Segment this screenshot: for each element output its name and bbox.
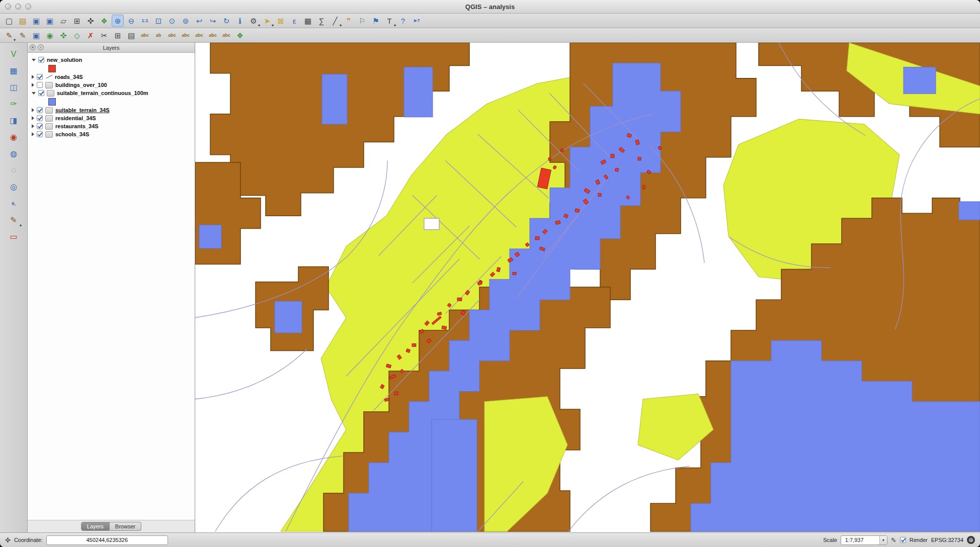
layer-checkbox[interactable] (37, 74, 43, 80)
layer-item-roads-34s[interactable]: roads_34S (30, 73, 195, 81)
save-project-as-icon[interactable]: ▣ (44, 15, 56, 27)
remove-layer-icon[interactable]: ▭ (6, 230, 21, 243)
copy-features-icon[interactable]: ⊞ (112, 29, 124, 41)
layer-label[interactable]: schools_34S (55, 131, 89, 137)
help-icon[interactable]: ? (397, 15, 409, 27)
layer-label[interactable]: buildings_over_100 (55, 82, 107, 88)
map-canvas[interactable] (195, 43, 980, 532)
layer-checkbox[interactable] (37, 107, 43, 113)
field-calculator-icon[interactable]: ∑ (315, 15, 328, 27)
tab-browser[interactable]: Browser (110, 522, 141, 531)
zoom-in-icon[interactable]: ⊕ (112, 15, 124, 27)
expand-arrow-icon[interactable] (32, 83, 34, 87)
chevron-down-icon[interactable]: ▾ (879, 536, 887, 544)
layer-label[interactable]: residential_34S (55, 115, 96, 121)
cut-features-icon[interactable]: ✂ (98, 29, 110, 41)
new-shapefile-layer-icon[interactable]: ✎ (6, 214, 21, 227)
add-postgis-layer-icon[interactable]: ◫ (6, 81, 21, 94)
zoom-to-selection-icon[interactable]: ⊙ (166, 15, 178, 27)
current-edits-icon[interactable]: ✎ (3, 29, 15, 41)
layer-item-buildings-over-100[interactable]: buildings_over_100 (30, 81, 195, 89)
coordinate-input[interactable] (46, 535, 168, 545)
label-change-icon[interactable]: abc (207, 29, 219, 41)
expand-arrow-icon[interactable] (32, 75, 34, 79)
zoom-out-icon[interactable]: ⊖ (125, 15, 137, 27)
new-bookmark-icon[interactable]: ⚐ (356, 15, 368, 27)
expand-arrow-icon[interactable] (32, 59, 36, 61)
expand-arrow-icon[interactable] (32, 116, 34, 120)
tab-layers[interactable]: Layers (81, 522, 110, 531)
composer-manager-icon[interactable]: ⊞ (71, 15, 83, 27)
text-annotation-icon[interactable]: T (383, 15, 395, 27)
minimize-button[interactable] (15, 4, 21, 10)
run-feature-action-icon[interactable]: ⚙ (248, 15, 260, 27)
panel-detach-icon[interactable] (38, 44, 44, 50)
pan-to-selection-icon[interactable]: ❖ (98, 15, 110, 27)
identify-features-icon[interactable]: ℹ (234, 15, 246, 27)
layer-checkbox[interactable] (38, 57, 44, 63)
select-features-icon[interactable]: ➤ (261, 15, 273, 27)
label-properties-icon[interactable]: abc (220, 29, 232, 41)
epsg-status[interactable]: EPSG:32734 (931, 537, 963, 543)
measure-icon[interactable]: ╱ (329, 15, 341, 27)
add-vector-layer-icon[interactable]: V (6, 48, 21, 61)
expand-arrow-icon[interactable] (32, 124, 34, 128)
zoom-to-layer-icon[interactable]: ⊚ (180, 15, 192, 27)
panel-close-icon[interactable] (30, 44, 36, 50)
save-layer-edits-icon[interactable]: ▣ (30, 29, 42, 41)
move-feature-icon[interactable]: ✜ (57, 29, 69, 41)
layer-item-residential-34s[interactable]: residential_34S (30, 114, 195, 122)
layer-label[interactable]: restaurants_34S (55, 123, 99, 129)
layer-checkbox[interactable] (38, 90, 44, 96)
layer-label[interactable]: suitable_terrain_34S (55, 107, 110, 113)
layer-label[interactable]: new_solution (47, 57, 82, 63)
whats-this-icon[interactable]: ➤? (411, 15, 423, 27)
show-bookmarks-icon[interactable]: ⚑ (370, 15, 382, 27)
processing-toolbox-icon[interactable]: ❖ (234, 29, 246, 41)
label-move-icon[interactable]: abc (180, 29, 192, 41)
refresh-icon[interactable]: ↻ (220, 15, 232, 27)
layer-checkbox[interactable] (37, 123, 43, 129)
label-show-hide-icon[interactable]: abc (166, 29, 178, 41)
new-project-icon[interactable]: ▢ (3, 15, 15, 27)
add-mssql-layer-icon[interactable]: ◨ (6, 114, 21, 127)
scale-edit-icon[interactable]: ✎ (891, 536, 896, 544)
label-options-icon[interactable]: abc (139, 29, 151, 41)
layer-item-new-solution[interactable]: new_solution (30, 56, 195, 64)
crs-status-icon[interactable]: ⊕ (967, 536, 975, 544)
deselect-features-icon[interactable]: ⊠ (275, 15, 287, 27)
layer-item-suitable-terrain-continuous[interactable]: suitable_terrain_continuous_100m (30, 89, 195, 97)
layer-label[interactable]: roads_34S (55, 74, 83, 80)
zoom-native-icon[interactable]: 1:1 (139, 15, 151, 27)
paste-features-icon[interactable]: ▤ (125, 29, 137, 41)
zoom-next-icon[interactable]: ↪ (207, 15, 219, 27)
node-tool-icon[interactable]: ◇ (71, 29, 83, 41)
expand-arrow-icon[interactable] (32, 92, 36, 95)
coordinate-capture-icon[interactable]: ✜ (5, 536, 11, 544)
add-wcs-layer-icon[interactable]: ◌ (6, 164, 21, 177)
open-project-icon[interactable]: ▤ (17, 15, 29, 27)
layer-label[interactable]: suitable_terrain_continuous_100m (57, 90, 148, 96)
toggle-editing-icon[interactable]: ✎ (17, 29, 29, 41)
expand-arrow-icon[interactable] (32, 132, 34, 136)
label-pin-icon[interactable]: ab (152, 29, 165, 41)
layer-checkbox[interactable] (37, 82, 43, 88)
layer-checkbox[interactable] (37, 115, 43, 121)
add-oracle-layer-icon[interactable]: ◉ (6, 131, 21, 144)
close-button[interactable] (5, 4, 11, 10)
zoom-button[interactable] (25, 4, 31, 10)
add-feature-icon[interactable]: ◉ (44, 29, 56, 41)
map-tips-icon[interactable]: ❞ (343, 15, 355, 27)
add-spatialite-layer-icon[interactable]: ✑ (6, 98, 21, 111)
layer-item-restaurants-34s[interactable]: restaurants_34S (30, 122, 195, 130)
add-raster-layer-icon[interactable]: ▦ (6, 64, 21, 77)
zoom-last-icon[interactable]: ↩ (193, 15, 205, 27)
render-checkbox[interactable] (900, 537, 906, 543)
new-print-composer-icon[interactable]: ▱ (57, 15, 69, 27)
add-wms-layer-icon[interactable]: ◍ (6, 147, 21, 160)
expand-arrow-icon[interactable] (32, 108, 34, 112)
select-by-expression-icon[interactable]: ε (288, 15, 300, 27)
layer-item-schools-34s[interactable]: schools_34S (30, 130, 195, 138)
pan-map-icon[interactable]: ✜ (85, 15, 97, 27)
delete-selected-icon[interactable]: ✗ (85, 29, 97, 41)
